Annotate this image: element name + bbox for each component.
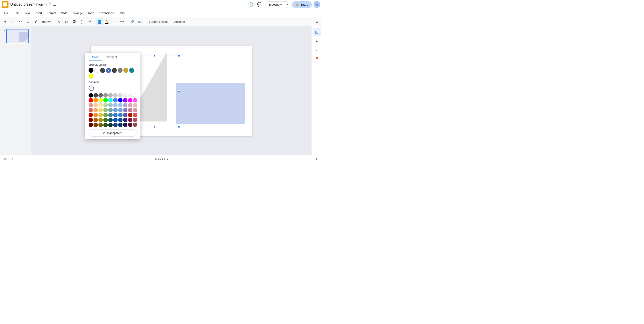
tab-gradient[interactable]: Gradient [102,53,120,61]
p-black[interactable] [88,93,93,98]
p-md-green[interactable] [103,113,108,117]
p-md-pink[interactable] [128,113,132,117]
p-m-yellow[interactable] [98,108,103,112]
sidebar-icon-star[interactable]: ★ [313,37,321,45]
p-orange[interactable] [94,98,98,103]
p-purple[interactable] [123,98,128,103]
p-dk-orange[interactable] [94,118,98,122]
menu-format[interactable]: Format [45,10,58,16]
swatch-yellow[interactable] [88,74,94,79]
border-weight-button[interactable]: ≡ [111,18,118,25]
paint-format-button[interactable]: 🖌 [32,18,39,25]
p-l-pink[interactable] [128,103,132,107]
p-green[interactable] [103,98,108,103]
p-md-teal[interactable] [108,113,113,117]
slideshow-main-button[interactable]: Slideshow [265,1,285,7]
p-vdk-purple[interactable] [123,123,128,127]
p-dk-purple[interactable] [123,118,128,122]
p-gray4[interactable] [118,93,122,98]
p-red[interactable] [88,98,93,103]
grid-view-button[interactable]: ⊞ [3,156,8,162]
canvas-area[interactable]: Solid Gradient SIMPLE LIGHT [31,26,311,155]
p-vdk-red[interactable] [88,123,93,127]
p-dark1[interactable] [94,93,98,98]
p-l-teal[interactable] [108,103,113,107]
history-button[interactable]: 🕐 [247,1,254,8]
p-dk-red2[interactable] [133,118,137,122]
p-vdk-green[interactable] [103,123,108,127]
p-l-blue1[interactable] [113,103,118,107]
alt-text-button[interactable]: Alt [136,18,143,25]
line-button[interactable]: ╱▾ [86,18,93,25]
menu-slide[interactable]: Slide [59,10,70,16]
p-blue[interactable] [118,98,122,103]
sidebar-icon-table[interactable]: ⊞ [313,28,321,36]
p-cyan[interactable] [108,98,113,103]
swatch-charcoal[interactable] [112,68,117,73]
avatar[interactable]: A [314,1,320,8]
p-l-blue2[interactable] [118,103,122,107]
swatch-white[interactable] [94,68,99,73]
p-gray3[interactable] [113,93,118,98]
border-dash-button[interactable]: ⋯ ▾ [118,18,126,25]
sidebar-icon-maps[interactable]: 📍 [313,55,321,63]
swatch-black[interactable] [88,68,94,73]
p-vdk-blue1[interactable] [113,123,118,127]
swatch-gray[interactable] [118,68,122,73]
p-md-orange[interactable] [94,113,98,117]
add-button[interactable]: + [2,18,9,25]
p-m-green[interactable] [103,108,108,112]
p-gray1[interactable] [103,93,108,98]
menu-arrange[interactable]: Arrange [70,10,85,16]
p-md-red[interactable] [88,113,93,117]
p-dk-yellow[interactable] [98,118,103,122]
swatch-blue[interactable] [106,68,111,73]
menu-extensions[interactable]: Extensions [97,10,116,16]
add-custom-color-button[interactable]: + [88,86,94,91]
menu-file[interactable]: File [2,10,11,16]
sidebar-icon-tasks[interactable]: ✓ [313,46,321,54]
p-m-blue2[interactable] [118,108,122,112]
nav-right-button[interactable]: › [314,156,319,162]
tab-solid[interactable]: Solid [88,53,102,61]
menu-edit[interactable]: Edit [12,10,21,16]
menu-tools[interactable]: Tools [86,10,96,16]
redo-button[interactable]: ↪ [17,18,24,25]
toolbar-collapse-button[interactable]: ∧ [314,18,320,25]
slide-thumbnail-1[interactable]: 1 [1,28,30,44]
shape-button[interactable]: ◯ [78,18,85,25]
p-vdk-red2[interactable] [133,123,137,127]
p-m-blue1[interactable] [113,108,118,112]
zoom-control[interactable]: 100% ▾ [40,19,52,24]
p-dk-teal[interactable] [108,118,113,122]
p-white[interactable] [133,93,137,98]
swatch-gold[interactable] [124,68,128,73]
handle-bottom-middle[interactable] [154,126,156,128]
p-pink[interactable] [133,98,137,103]
p-md-red2[interactable] [133,113,137,117]
comment-button[interactable]: 💬 [256,1,263,8]
p-dk-blue1[interactable] [113,118,118,122]
handle-bottom-right[interactable] [178,126,180,128]
swatch-dark-gray[interactable] [100,68,105,73]
p-m-orange[interactable] [94,108,98,112]
handle-top-right[interactable] [178,55,180,57]
p-dk-pink[interactable] [128,118,132,122]
p-md-blue1[interactable] [113,113,118,117]
p-vdk-orange[interactable] [94,123,98,127]
p-m-teal[interactable] [108,108,113,112]
fill-color-button[interactable]: 🪣 [96,18,103,25]
select-region-button[interactable]: ⊡ [63,18,70,25]
p-l-green[interactable] [103,103,108,107]
p-gray2[interactable] [108,93,113,98]
share-button[interactable]: 🔒 Share [292,1,312,8]
p-md-yellow[interactable] [98,113,103,117]
p-dk-green[interactable] [103,118,108,122]
cloud-icon[interactable]: ☁ [53,2,56,7]
p-gray6[interactable] [128,93,132,98]
p-vdk-blue2[interactable] [118,123,122,127]
p-md-blue2[interactable] [118,113,122,117]
p-vdk-yellow[interactable] [98,123,103,127]
p-l-purple[interactable] [123,103,128,107]
p-gray5[interactable] [123,93,128,98]
